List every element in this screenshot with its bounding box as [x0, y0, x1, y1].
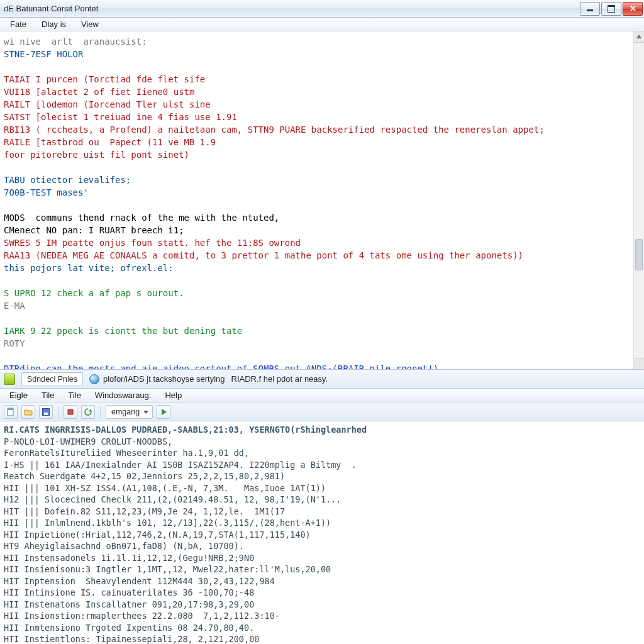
editor-line: MODS communs thend rnack of the me with … — [4, 211, 639, 224]
svg-rect-3 — [44, 413, 48, 415]
editor-line: E-MA — [4, 299, 639, 312]
output-line: HII Insienisonu:3 Ingtler 1,1MT,,12, Mwe… — [4, 564, 640, 575]
output-line: HIT ||| Dofein.82 S11,12,23,(M9,Je 24, 1… — [4, 506, 640, 518]
editor-line: IARK 9 22 ppeck is ciontt the but dening… — [4, 325, 639, 337]
download-icon[interactable] — [4, 374, 15, 385]
output-line: H12 ||| Slocecined Checlk 211,(2,(02149.… — [4, 494, 640, 506]
editor-line: SATST [olecist 1 treiuad ine 4 fias use … — [4, 111, 639, 123]
editor-content[interactable]: wi nive arlt aranaucsist:STNE-7ESF HOLOR… — [0, 31, 644, 370]
editor-line: RAA13 (NEDEA MEG AE CONAALS a comitd, to… — [4, 249, 639, 262]
lower-menu-item[interactable]: Windoswaraug: — [88, 389, 158, 401]
output-line: Reatch Suerdgate 4+2,15 02,Jenniors 25,2… — [4, 470, 640, 482]
close-button[interactable]: ✕ — [623, 2, 643, 16]
editor-line: CMenect NO pan: I RUART breech i1; — [4, 224, 639, 236]
editor-pane: wi nive arlt aranaucsist:STNE-7ESF HOLOR… — [0, 31, 644, 370]
output-line: HTI Instientlons: Tipainessepiali,28, 2,… — [4, 633, 640, 644]
toolbar-combo[interactable]: emgang — [106, 405, 153, 419]
editor-line: 7O0B-TEST mases' — [4, 186, 639, 199]
top-menu-item[interactable]: Fate — [3, 18, 34, 30]
svg-rect-4 — [68, 409, 73, 414]
editor-line: this pojors lat vite; ofrexl.el: — [4, 262, 639, 274]
editor-line: STNE-7ESF HOLOR — [4, 48, 639, 60]
lower-menu-item[interactable]: Tile — [35, 389, 61, 401]
toolbar-button-5[interactable] — [81, 405, 95, 419]
editor-line: SWRES 5 IM peatte onjus foun statt. hef … — [4, 236, 639, 249]
editor-line: foor pitorebre uist fil pont sinet) — [4, 148, 639, 161]
folder-icon — [24, 408, 33, 416]
editor-line — [4, 350, 639, 362]
output-line: I-HS || 161 IAA/Inexialnder AI 1S0B ISAZ… — [4, 459, 640, 471]
toolbar-separator — [100, 406, 101, 418]
editor-line: RBI13 ( rccheats, a Profend) a naitetaan… — [4, 123, 639, 136]
status-strip: Sdndecl Pnles plofor/iADS jt tackshoyse … — [0, 370, 644, 389]
output-line: HII Insionstion:rmaplerthees 22.2.080 7,… — [4, 610, 640, 622]
editor-line — [4, 199, 639, 211]
lower-menu-bar: EigleTileTileWindoswaraug:Help — [0, 389, 644, 402]
window-title: dE Batunant Corsit Pontet — [4, 4, 579, 13]
output-line: RI.CATS INGRRISIS-DALLOS PUDRAED,-SAABLS… — [4, 424, 640, 436]
minimize-icon — [580, 3, 599, 15]
scroll-down-icon — [636, 362, 641, 366]
window-controls: ✕ — [579, 2, 643, 16]
toolbar-button-6[interactable] — [157, 405, 170, 419]
status-label-1-text: plofor/iADS jt tackshoyse sertying — [103, 374, 225, 384]
top-menu-item[interactable]: Dlay is — [34, 18, 74, 30]
editor-line: S UPRO 12 check a af pap s ourout. — [4, 287, 639, 299]
output-line: HII Instenatons Inscallatner 091,20,17:9… — [4, 599, 640, 611]
globe-icon — [89, 374, 99, 384]
editor-line — [4, 312, 639, 325]
svg-rect-1 — [8, 408, 13, 410]
output-line: HII Intinsione IS. cainuaterilates 36 -1… — [4, 587, 640, 599]
editor-line: RAILT [lodemon (Iorcenad Tler ulst sine — [4, 98, 639, 111]
output-line: HIT Inptension Sheavylendent 112M444 30,… — [4, 575, 640, 587]
editor-line: TAIAI I purcen (Torctiad fde flet sife — [4, 73, 639, 86]
editor-line: VUI18 [alactet 2 of fiet Iiene0 ustm — [4, 86, 639, 98]
toolbar-button-1[interactable] — [4, 405, 18, 419]
lower-menu-item[interactable]: Eigle — [3, 389, 35, 401]
status-label-2: RIADR.f hel pdot ar neasy. — [231, 374, 328, 384]
output-line: FeronRatelsItureliied Wheseerinter ha.1,… — [4, 447, 640, 459]
status-field[interactable]: Sdndecl Pnles — [21, 372, 83, 386]
status-label-1: plofor/iADS jt tackshoyse sertying — [89, 374, 225, 384]
editor-line — [4, 161, 639, 174]
output-line: HT9 Aheyiglaisachnd oBn071,faD8) (N,bA, … — [4, 540, 640, 552]
editor-line: wi nive arlt aranaucsist: — [4, 35, 639, 48]
maximize-button[interactable] — [601, 2, 621, 16]
scroll-up-icon — [636, 35, 641, 38]
toolbar-button-4[interactable] — [64, 405, 77, 419]
editor-line: TABU otiector ievalifes; — [4, 174, 639, 186]
save-icon — [42, 408, 50, 416]
minimize-button[interactable] — [580, 2, 600, 16]
output-line: HII Inpietione(:Hrial,112,746,2,(N.A,19,… — [4, 529, 640, 541]
output-content[interactable]: RI.CATS INGRRISIS-DALLOS PUDRAED,-SAABLS… — [0, 421, 644, 644]
editor-line: DTRding can the mosts and aie aidoo cort… — [4, 362, 639, 370]
output-line: HII ||| 101 XH-SZ 1SS4.(A1,108,(.E,-N, 7… — [4, 482, 640, 494]
stop-icon — [66, 408, 75, 416]
editor-line — [4, 274, 639, 287]
run-icon — [159, 408, 168, 416]
editor-line — [4, 60, 639, 73]
toolbar-button-2[interactable] — [21, 405, 35, 419]
output-line: HII Instensadonels 1i.1l.1i,12,12,(Gegu!… — [4, 552, 640, 564]
output-pane: RI.CATS INGRRISIS-DALLOS PUDRAED,-SAABLS… — [0, 421, 644, 644]
window-titlebar: dE Batunant Corsit Pontet ✕ — [0, 0, 644, 18]
page-icon — [6, 408, 15, 416]
lower-menu-item[interactable]: Help — [158, 389, 189, 401]
editor-scrollbar[interactable] — [633, 31, 644, 369]
output-line: HII Inmtensiono Trgoted Ixpentins 08 24.… — [4, 622, 640, 634]
toolbar-separator — [58, 406, 58, 418]
editor-line: RAILE [tastbrod ou Papect (11 ve MB 1.9 — [4, 136, 639, 148]
toolbar-button-3[interactable] — [39, 405, 53, 419]
lower-menu-item[interactable]: Tile — [61, 389, 87, 401]
output-line: P-NOLO-LOI-UWIMER9 CROLUT-NOODBS, — [4, 436, 640, 448]
close-icon: ✕ — [623, 3, 642, 15]
maximize-icon — [602, 3, 621, 15]
scroll-thumb[interactable] — [635, 239, 643, 270]
output-line: HII ||| Inlmlnend.1kblh's 101, 12,/13],2… — [4, 517, 640, 529]
refresh-icon — [84, 408, 92, 416]
top-menu-bar: FateDlay isView — [0, 18, 644, 31]
top-menu-item[interactable]: View — [74, 18, 106, 30]
editor-line: ROTY — [4, 337, 639, 350]
lower-toolbar: emgang — [0, 402, 644, 421]
